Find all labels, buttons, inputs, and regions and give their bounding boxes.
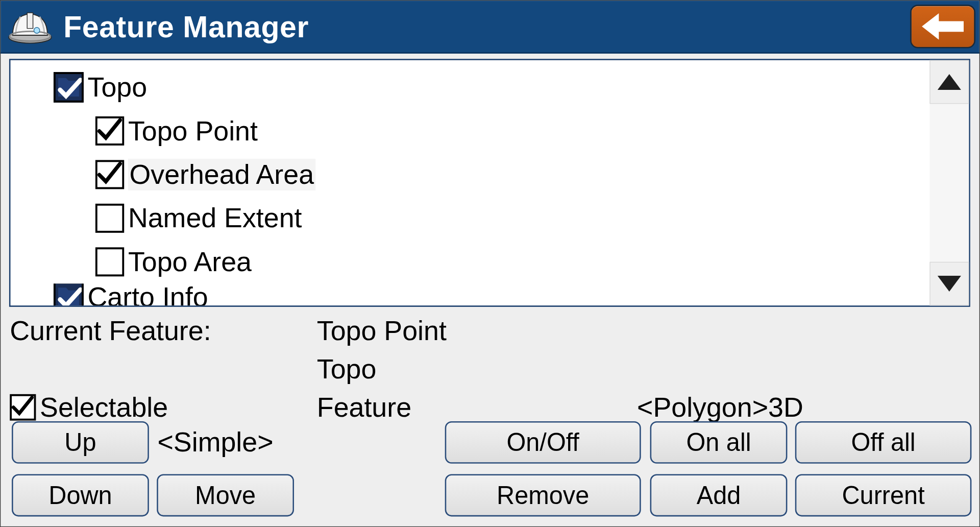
- polygon-3d-label: <Polygon>3D: [637, 392, 803, 423]
- folder-checked-icon[interactable]: [54, 284, 84, 306]
- triangle-down-icon: [938, 276, 961, 292]
- tree-item-overhead-area[interactable]: Overhead Area: [10, 153, 929, 196]
- checkbox-checked-icon[interactable]: [95, 116, 124, 146]
- folder-checked-icon[interactable]: [54, 72, 84, 103]
- simple-label: <Simple>: [157, 426, 273, 458]
- tree-item-topo-point[interactable]: Topo Point: [10, 109, 929, 153]
- current-feature-label: Current Feature:: [10, 315, 211, 346]
- scroll-up-button[interactable]: [929, 60, 969, 104]
- hardhat-icon: [6, 5, 55, 47]
- tree-item-topo-area[interactable]: Topo Area: [10, 240, 929, 283]
- remove-button[interactable]: Remove: [445, 474, 641, 517]
- title-bar: Feature Manager: [1, 1, 979, 54]
- current-button[interactable]: Current: [795, 474, 972, 517]
- feature-type-label: Feature: [317, 392, 411, 423]
- tree-item-label: Overhead Area: [128, 159, 315, 190]
- tree-item-label: Carto Info: [88, 284, 208, 306]
- tree-item-named-extent[interactable]: Named Extent: [10, 197, 929, 240]
- onoff-button[interactable]: On/Off: [445, 421, 641, 464]
- checkbox-unchecked-icon[interactable]: [95, 247, 124, 276]
- offall-button[interactable]: Off all: [795, 421, 972, 464]
- tree-item-label: Named Extent: [128, 202, 302, 234]
- svg-point-2: [34, 28, 39, 33]
- checkbox-checked-icon[interactable]: [95, 160, 124, 189]
- onall-button[interactable]: On all: [650, 421, 788, 464]
- window-title: Feature Manager: [63, 9, 309, 44]
- selectable-checkbox[interactable]: Selectable: [10, 392, 168, 423]
- triangle-up-icon: [938, 74, 961, 90]
- add-button[interactable]: Add: [650, 474, 788, 517]
- move-button[interactable]: Move: [157, 474, 294, 517]
- down-button[interactable]: Down: [12, 474, 149, 517]
- feature-tree-viewport[interactable]: Topo Topo Point Overhead Area Named Exte…: [10, 60, 929, 305]
- current-feature-value: Topo Point: [317, 315, 447, 346]
- back-button[interactable]: [910, 5, 975, 48]
- tree-item-label: Topo: [88, 71, 148, 103]
- tree-scrollbar[interactable]: [929, 60, 969, 305]
- up-button[interactable]: Up: [12, 421, 149, 464]
- back-arrow-icon: [919, 11, 966, 42]
- tree-item-label: Topo Point: [128, 115, 258, 147]
- selectable-label: Selectable: [40, 392, 168, 423]
- tree-item-carto-info[interactable]: Carto Info: [10, 284, 929, 306]
- checkbox-checked-icon[interactable]: [10, 394, 36, 421]
- tree-item-label: Topo Area: [128, 246, 252, 278]
- current-group-value: Topo: [317, 353, 377, 385]
- tree-item-topo[interactable]: Topo: [10, 65, 929, 109]
- feature-tree: Topo Topo Point Overhead Area Named Exte…: [9, 59, 970, 307]
- checkbox-unchecked-icon[interactable]: [95, 204, 124, 233]
- scroll-down-button[interactable]: [929, 262, 969, 305]
